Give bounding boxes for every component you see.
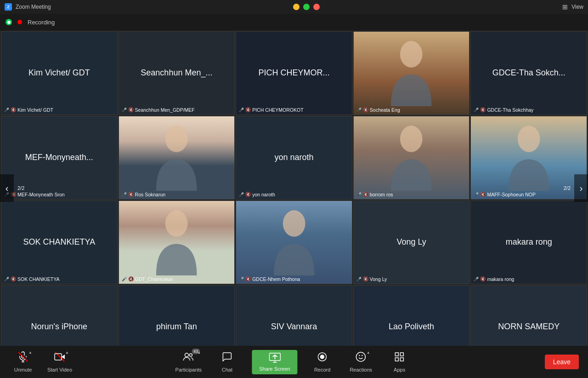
recording-label: Recording <box>28 19 55 26</box>
recording-dot-icon <box>17 20 22 24</box>
participant-name-text: Ros Soknarun <box>135 192 166 197</box>
participant-name-text: Seanchhun Men_GDP/MEF <box>135 107 195 113</box>
next-page-button[interactable]: › <box>574 174 588 202</box>
svg-point-18 <box>356 352 366 361</box>
participant-name-text: Kim Vichet/ GDT <box>17 107 53 113</box>
participant-display-name: Seanchhun Men_... <box>137 64 216 82</box>
participant-name-text: GDCE-Tha Sokchhay <box>487 107 533 113</box>
participant-display-name: yon naroth <box>271 149 317 166</box>
participant-display-name: Kim Vichet/ GDT <box>25 64 94 82</box>
left-page-indicator: 2/2 <box>17 185 24 191</box>
record-button[interactable]: Record <box>309 351 336 372</box>
participant-username: 🔇GDCE-Nhem Pothona <box>239 276 300 282</box>
start-video-button[interactable]: ▲ Start Video <box>46 351 74 372</box>
svg-point-5 <box>283 210 305 237</box>
titlebar-right: ⊞ View <box>562 3 583 11</box>
record-icon <box>317 351 328 365</box>
apps-icon <box>394 351 405 365</box>
video-cell[interactable]: NORN SAMEDY🔇NORN SAMEDY <box>470 285 587 346</box>
video-cell[interactable]: Norun's iPhone🔇Norun's iPhone <box>1 285 118 346</box>
prev-page-button[interactable]: ‹ <box>0 174 14 202</box>
minimize-button[interactable] <box>293 4 300 10</box>
participant-display-name: PICH CHEYMOR... <box>254 64 333 82</box>
svg-point-17 <box>321 355 324 359</box>
record-label: Record <box>314 367 330 372</box>
svg-rect-22 <box>401 353 404 356</box>
mic-muted-icon: 🔇 <box>128 107 134 112</box>
participant-name-text: PICH CHEYMOROKOT <box>252 107 303 113</box>
video-cell[interactable]: Vong Ly🔇Vong Ly <box>353 200 470 284</box>
participant-name-text: Socheata Eng <box>370 107 400 113</box>
mic-muted-icon: 🔇 <box>245 192 251 197</box>
video-cell[interactable]: Seanchhun Men_...🔇Seanchhun Men_GDP/MEF <box>119 31 235 115</box>
svg-point-13 <box>185 353 188 357</box>
mic-muted-icon: 🔇 <box>245 276 251 281</box>
reactions-caret-icon[interactable]: ▲ <box>367 350 370 355</box>
view-label[interactable]: View <box>571 4 583 10</box>
video-grid: Kim Vichet/ GDT🔇Kim Vichet/ GDTSeanchhun… <box>0 30 588 346</box>
mic-muted-icon: 🔇 <box>480 192 486 197</box>
leave-button[interactable]: Leave <box>545 355 579 369</box>
toolbar-right: Leave <box>545 355 579 369</box>
svg-point-3 <box>518 126 540 152</box>
svg-point-1 <box>165 126 188 152</box>
participant-username: 🔇Ros Soknarun <box>122 192 166 197</box>
mic-muted-icon: 🔇 <box>128 192 134 197</box>
video-cell[interactable]: 🔇Ros Soknarun <box>119 116 235 200</box>
apps-button[interactable]: Apps <box>386 351 413 372</box>
video-cell[interactable]: makara rong🔇makara rong <box>470 200 587 284</box>
share-screen-label: Share Screen <box>259 366 290 372</box>
video-caret-icon[interactable]: ▲ <box>65 350 69 355</box>
svg-rect-23 <box>396 358 399 361</box>
participant-display-name: Norun's iPhone <box>28 318 91 336</box>
mic-muted-icon: 🔇 <box>128 276 134 281</box>
mic-muted-icon: 🔇 <box>363 276 368 281</box>
participant-username: 🔇GDT_Chamroeun <box>122 276 173 282</box>
participants-button[interactable]: 43 ▲ Participants <box>175 351 202 372</box>
svg-point-14 <box>189 354 192 356</box>
participant-username: 🔇PICH CHEYMOROKOT <box>239 107 303 113</box>
video-cell[interactable]: SOK CHANKIETYA🔇SOK CHANKIETYA <box>1 200 118 284</box>
svg-rect-24 <box>401 358 404 361</box>
participant-name-text: borrom ros <box>370 192 393 197</box>
participant-display-name: MEF-Monyneath... <box>22 149 97 166</box>
video-cell[interactable]: 🔇GDT_Chamroeun <box>119 200 235 284</box>
grid-view-icon[interactable]: ⊞ <box>562 3 568 11</box>
participants-label: Participants <box>175 367 202 372</box>
zoom-logo-icon: Z <box>5 3 12 11</box>
mic-muted-icon: 🔇 <box>363 192 368 197</box>
chat-button[interactable]: Chat <box>213 351 241 372</box>
green-dot-icon <box>6 19 12 25</box>
video-cell[interactable]: 🔇Socheata Eng <box>353 31 470 115</box>
video-cell[interactable]: SIV Vannara🔇SIV Vannara <box>236 285 352 346</box>
participant-display-name: phirum Tan <box>153 318 201 336</box>
participant-display-name: makara rong <box>502 234 556 251</box>
video-cell[interactable]: PICH CHEYMOR...🔇PICH CHEYMOROKOT <box>236 31 352 115</box>
video-cell[interactable]: 🔇borrom ros <box>353 116 470 200</box>
unmute-caret-icon[interactable]: ▲ <box>28 350 32 355</box>
participant-display-name: Lao Poliveth <box>385 318 438 336</box>
video-cell[interactable]: GDCE-Tha Sokch...🔇GDCE-Tha Sokchhay <box>470 31 587 115</box>
video-cell[interactable]: yon naroth🔇yon naroth <box>236 116 352 200</box>
participant-name-text: Vong Ly <box>370 276 387 282</box>
reactions-button[interactable]: ▲ Reactions <box>347 351 375 372</box>
titlebar: Z Zoom Meeting ⊞ View <box>0 0 588 14</box>
share-screen-button[interactable]: Share Screen <box>252 350 297 374</box>
close-button[interactable] <box>313 4 320 10</box>
participants-caret-icon[interactable]: ▲ <box>197 350 201 355</box>
participant-username: 🔇Vong Ly <box>356 276 387 282</box>
video-cell[interactable]: phirum Tan🔇phirum Tan <box>119 285 235 346</box>
titlebar-controls[interactable] <box>293 4 320 10</box>
participant-username: 🔇Kim Vichet/ GDT <box>4 107 53 113</box>
video-cell[interactable]: 🔇GDCE-Nhem Pothona <box>236 200 352 284</box>
maximize-button[interactable] <box>303 4 310 10</box>
video-cell[interactable]: Kim Vichet/ GDT🔇Kim Vichet/ GDT <box>1 31 118 115</box>
start-video-label: Start Video <box>47 367 72 372</box>
unmute-button[interactable]: ▲ Unmute <box>9 351 37 372</box>
participants-icon: 43 ▲ <box>182 351 194 365</box>
participant-name-text: GDT_Chamroeun <box>135 276 173 282</box>
participant-display-name: Vong Ly <box>393 234 430 251</box>
participant-username: 🔇Socheata Eng <box>356 107 400 113</box>
video-cell[interactable]: Lao Poliveth🔇Lao Poliveth <box>353 285 470 346</box>
mic-muted-icon: 🔇 <box>11 276 16 281</box>
